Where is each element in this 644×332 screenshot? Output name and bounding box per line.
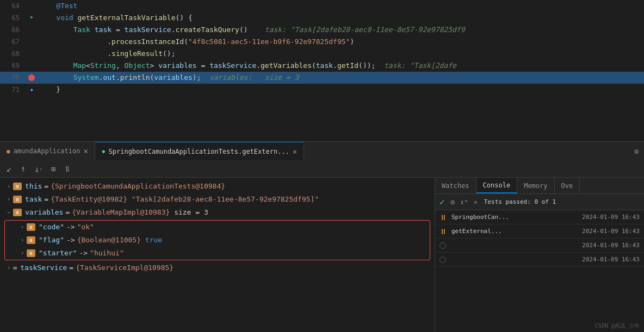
expand-taskservice-icon[interactable]: ›	[4, 261, 13, 274]
var-name-variables: variables	[25, 206, 63, 219]
var-eq-taskservice: =	[69, 261, 73, 274]
expand-variables-icon[interactable]: ›	[2, 208, 15, 217]
expand-task-icon[interactable]: ›	[4, 193, 13, 206]
tab-overview[interactable]: Ove	[555, 178, 580, 193]
line-number-66: 66	[0, 24, 26, 36]
line-content-67: .processInstanceId("4f8c5081-aec5-11ee-b…	[37, 36, 644, 48]
line-number-68: 68	[0, 48, 26, 60]
right-panel: Watches Console Memory Ove ✓ ⊘ ↕ᵃ » Test…	[435, 178, 644, 332]
code-line-64: 64 @Test	[0, 0, 644, 12]
tab-bar: ● amundaApplication × ◆ SpringbootCamund…	[0, 141, 644, 160]
code-line-69: 69 Map<String, Object> variables = taskS…	[0, 60, 644, 72]
line-number-67: 67	[0, 36, 26, 48]
code-line-67: 67 .processInstanceId("4f8c5081-aec5-11e…	[0, 36, 644, 48]
right-panel-toolbar: ✓ ⊘ ↕ᵃ » Tests passed: 0 of 1	[435, 194, 644, 210]
bottom-panel: › ≡ this = {SpringbootCamundaApplication…	[0, 178, 644, 332]
tab-close-2[interactable]: ×	[293, 147, 297, 156]
test-icon-4	[439, 256, 446, 263]
restore-button[interactable]: ⥮	[62, 164, 73, 174]
code-line-71: 71 ⬥ }	[0, 84, 644, 96]
gutter-67	[26, 36, 37, 48]
tab-icon-1: ●	[7, 148, 10, 155]
line-number-65: 65	[0, 12, 26, 24]
var-type-icon-task: ≡	[13, 196, 22, 203]
test-result-springboot[interactable]: ⏸ SpringbootCan... 2024-01-09 16:43	[435, 210, 644, 224]
tab-label-1: amundaApplication	[14, 147, 81, 155]
settings-gear-button[interactable]: ⚙	[629, 142, 644, 160]
var-row-this[interactable]: › ≡ this = {SpringbootCamundaApplication…	[0, 180, 435, 193]
var-val-taskservice: {TaskServiceImpl@10985}	[76, 261, 174, 274]
test-result-4[interactable]: 2024-01-09 16:43	[435, 253, 644, 267]
tab-overview-label: Ove	[561, 182, 573, 190]
code-line-70: 70 System.out.println(variables); variab…	[0, 72, 644, 84]
var-name-flag: "flag"	[39, 234, 64, 247]
var-type-icon-starter: ≡	[27, 249, 35, 257]
code-line-68: 68 .singleResult();	[0, 48, 644, 60]
step-over-button[interactable]: ↑	[18, 162, 28, 175]
var-val-task: {TaskEntity@10982} "Task[2dafeb28-aec8-1…	[51, 193, 319, 206]
check-button[interactable]: ✓	[438, 196, 446, 208]
right-tab-bar: Watches Console Memory Ove	[435, 178, 644, 194]
watermark: CSDN @风流 少年	[595, 322, 640, 330]
gutter-65: ➤	[26, 12, 37, 24]
var-val-code: "ok"	[77, 221, 94, 234]
debug-toolbar: ↙ ↑ ↓↑ ⊞ ⥮	[0, 160, 644, 178]
var-eq-flag: ->	[66, 234, 75, 247]
tab-watches-label: Watches	[442, 182, 469, 190]
table-view-button[interactable]: ⊞	[49, 164, 58, 174]
var-type-icon-flag: ≡	[27, 236, 35, 244]
var-val-variables: {VariableMapImpl@10983} size = 3	[72, 206, 208, 219]
bookmark-icon: ⬥	[30, 84, 34, 96]
var-val-starter: "huihui"	[90, 247, 124, 260]
expand-this-icon[interactable]: ›	[4, 180, 13, 193]
block-button[interactable]: ⊘	[449, 197, 456, 208]
tab-console[interactable]: Console	[476, 178, 518, 193]
expand-starter-icon[interactable]: ›	[18, 247, 27, 260]
tab-close-1[interactable]: ×	[83, 147, 88, 155]
test-time-3: 2024-01-09 16:43	[582, 242, 640, 249]
test-time-2: 2024-01-09 16:43	[582, 228, 640, 235]
line-content-64: @Test	[37, 0, 644, 12]
var-eq-code: ->	[66, 221, 75, 234]
var-row-flag[interactable]: › ≡ "flag" -> {Boolean@11005} true	[5, 234, 430, 247]
tab-memory[interactable]: Memory	[517, 178, 554, 193]
tab-springboot-tests[interactable]: ◆ SpringbootCamundaApplicationTests.getE…	[95, 142, 304, 160]
var-row-taskservice[interactable]: › ∞ taskService = {TaskServiceImpl@10985…	[0, 261, 435, 274]
var-row-starter[interactable]: › ≡ "starter" -> "huihui"	[5, 247, 430, 260]
test-result-3[interactable]: 2024-01-09 16:43	[435, 239, 644, 253]
var-name-taskservice: taskService	[20, 261, 67, 274]
test-icon-3	[439, 242, 446, 249]
expand-flag-icon[interactable]: ›	[18, 234, 27, 247]
test-pause-icon-1: ⏸	[439, 214, 447, 221]
gutter-66	[26, 24, 37, 36]
var-row-variables[interactable]: › ≡ variables = {VariableMapImpl@10983} …	[0, 206, 435, 219]
sort-button[interactable]: ↕ᵃ	[459, 197, 469, 207]
test-result-getexternal[interactable]: ⏸ getExternal... 2024-01-09 16:43	[435, 224, 644, 239]
line-number-71: 71	[0, 84, 26, 96]
step-into-button[interactable]: ↙	[4, 162, 14, 175]
line-content-65: void getExternalTaskVariable() {	[37, 12, 644, 24]
var-row-task[interactable]: › ≡ task = {TaskEntity@10982} "Task[2daf…	[0, 193, 435, 206]
var-type-icon-code: ≡	[27, 223, 35, 231]
breakpoint-icon[interactable]	[28, 74, 35, 81]
tab-memory-label: Memory	[524, 182, 547, 190]
var-row-code[interactable]: › ≡ "code" -> "ok"	[5, 221, 430, 234]
gutter-71: ⬥	[26, 84, 37, 96]
var-eq-this: =	[44, 180, 48, 193]
tests-passed-label: Tests passed: 0 of 1	[484, 198, 556, 205]
var-name-starter: "starter"	[39, 247, 77, 260]
line-content-66: Task task = taskService.createTaskQuery(…	[37, 24, 644, 36]
tab-watches[interactable]: Watches	[435, 178, 476, 193]
test-time-1: 2024-01-09 16:43	[582, 214, 640, 221]
tab-console-label: Console	[483, 181, 511, 189]
var-name-code: "code"	[39, 221, 64, 234]
tab-icon-2: ◆	[102, 148, 106, 155]
step-out-button[interactable]: ↓↑	[32, 163, 44, 176]
var-eq-variables: =	[65, 206, 70, 219]
gutter-68	[26, 48, 37, 60]
tab-camunda-application[interactable]: ● amundaApplication ×	[0, 142, 95, 160]
more-button[interactable]: »	[473, 197, 479, 207]
var-name-this: this	[25, 180, 42, 193]
expand-code-icon[interactable]: ›	[18, 221, 27, 234]
test-results-list: ⏸ SpringbootCan... 2024-01-09 16:43 ⏸ ge…	[435, 210, 644, 332]
